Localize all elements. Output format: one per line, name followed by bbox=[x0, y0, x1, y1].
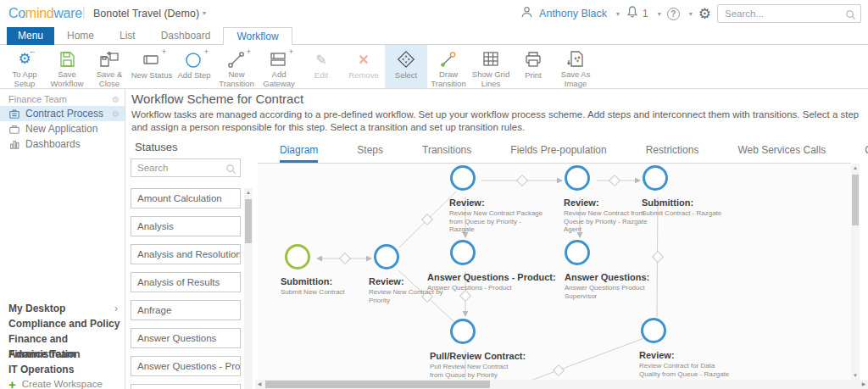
save-and-close-button[interactable]: Save & Close bbox=[88, 45, 131, 88]
diagram-vscrollbar[interactable]: ▲ ▼ bbox=[851, 164, 860, 380]
create-workspace-button[interactable]: + Create Workspace bbox=[8, 376, 103, 389]
workflow-step-node[interactable] bbox=[285, 244, 310, 270]
workflow-step-node[interactable] bbox=[643, 165, 668, 191]
workflow-step-node[interactable] bbox=[641, 318, 666, 343]
gateway-diamond bbox=[653, 252, 664, 263]
status-item[interactable]: Answer Questions bbox=[131, 328, 241, 348]
new-status-button[interactable]: + New Status bbox=[131, 45, 173, 88]
save-workflow-button[interactable]: Save Workflow bbox=[46, 45, 88, 88]
print-button[interactable]: Print bbox=[512, 45, 554, 88]
global-search-input[interactable] bbox=[718, 5, 860, 22]
scroll-left-icon[interactable]: ◀ bbox=[255, 380, 264, 389]
statuses-search bbox=[131, 158, 241, 177]
gear-icon[interactable]: ⚙ bbox=[112, 95, 120, 104]
workflow-step-node[interactable] bbox=[565, 240, 590, 265]
scroll-right-icon[interactable]: ▶ bbox=[860, 380, 868, 389]
sidebar-item-contract-process[interactable]: Contract Process ⚙ bbox=[0, 106, 125, 121]
workflow-step-node[interactable] bbox=[450, 319, 476, 344]
tab-transitions[interactable]: Transitions bbox=[422, 144, 471, 163]
tab-diagram[interactable]: Diagram bbox=[280, 144, 318, 163]
workspace-finance-and-administration[interactable]: Finance and Administration bbox=[0, 331, 125, 347]
scroll-up-icon[interactable]: ▲ bbox=[244, 188, 253, 197]
workspace-my-desktop[interactable]: My Desktop› bbox=[0, 301, 125, 316]
select-tool-button[interactable]: Select bbox=[385, 45, 427, 88]
status-item-partial[interactable] bbox=[131, 384, 241, 389]
statuses-scrollbar[interactable]: ▲ ▼ bbox=[244, 188, 253, 389]
add-gateway-button[interactable]: + Add Gateway bbox=[258, 45, 300, 88]
user-menu[interactable]: Anthony Black bbox=[539, 8, 607, 19]
remove-x-icon: ✕ bbox=[358, 49, 369, 69]
workflow-step-node[interactable] bbox=[450, 240, 476, 265]
app-icon bbox=[8, 108, 20, 119]
statuses-search-input[interactable] bbox=[131, 159, 240, 176]
scroll-up-icon[interactable]: ▲ bbox=[851, 164, 860, 172]
workflow-step-node[interactable] bbox=[565, 165, 590, 191]
nav-tab-dashboard[interactable]: Dashboard bbox=[148, 27, 224, 45]
notifications-bell-icon[interactable] bbox=[626, 5, 639, 22]
sidebar-workspace-header[interactable]: Finance Team ⚙ bbox=[0, 92, 125, 106]
gateway-diamond bbox=[517, 175, 528, 186]
gateway-diamond bbox=[340, 253, 351, 264]
printer-icon bbox=[524, 49, 542, 69]
status-item[interactable]: Analysis bbox=[131, 216, 241, 236]
edit-button[interactable]: ✎ Edit bbox=[300, 45, 342, 88]
status-item[interactable]: Amount Calculation bbox=[131, 188, 241, 208]
node-label: Pull/Review Contract:Pull Review New Con… bbox=[430, 351, 542, 380]
scroll-down-icon[interactable]: ▼ bbox=[851, 371, 860, 380]
add-step-button[interactable]: + Add Step bbox=[173, 45, 215, 88]
new-transition-button[interactable]: + New Transition bbox=[215, 45, 258, 88]
nav-tab-list[interactable]: List bbox=[107, 27, 148, 45]
nav-row: Menu Home List Dashboard Workflow bbox=[0, 27, 868, 45]
notification-count[interactable]: 1 bbox=[643, 8, 648, 19]
step-circle-icon: + bbox=[184, 49, 204, 69]
gateway-icon: + bbox=[269, 49, 289, 69]
draw-transition-button[interactable]: Draw Transition bbox=[427, 45, 470, 88]
tab-fields-pre-population[interactable]: Fields Pre-population bbox=[510, 144, 606, 163]
status-rect-icon: + bbox=[142, 49, 162, 69]
status-item[interactable]: Anfrage bbox=[131, 300, 241, 320]
page-title: Workflow Scheme for Contract bbox=[131, 92, 303, 106]
chevron-right-icon: › bbox=[114, 301, 118, 316]
tab-steps[interactable]: Steps bbox=[357, 144, 383, 163]
workflow-step-node[interactable] bbox=[450, 165, 476, 191]
workspace-finance-team[interactable]: Finance Team bbox=[0, 347, 125, 362]
workspace-it-operations[interactable]: IT Operations bbox=[0, 362, 125, 377]
node-label: Answer Questions - Product:Answer Questi… bbox=[427, 272, 570, 292]
workflow-toolbar: ⚙← To App Setup Save Workflow Save & Clo… bbox=[0, 45, 868, 89]
scrollbar-thumb[interactable] bbox=[265, 381, 490, 388]
show-grid-lines-button[interactable]: Show Grid Lines bbox=[470, 45, 512, 88]
scrollbar-thumb[interactable] bbox=[245, 199, 252, 243]
gear-icon[interactable]: ⚙ bbox=[112, 109, 120, 119]
statuses-heading: Statuses bbox=[135, 141, 178, 153]
tab-restrictions[interactable]: Restrictions bbox=[646, 144, 699, 163]
tab-web-services-calls[interactable]: Web Services Calls bbox=[737, 144, 826, 163]
remove-button[interactable]: ✕ Remove bbox=[342, 45, 385, 88]
chevron-down-icon[interactable]: ▾ bbox=[658, 10, 661, 18]
scrollbar-thumb[interactable] bbox=[852, 175, 859, 225]
sidebar: Finance Team ⚙ Contract Process ⚙ New Ap… bbox=[0, 89, 125, 389]
workflow-diagram-canvas[interactable]: Review:Review New Contract Package from … bbox=[258, 164, 851, 380]
menu-button[interactable]: Menu bbox=[7, 27, 54, 45]
sidebar-item-dashboards[interactable]: Dashboards bbox=[0, 136, 125, 152]
sidebar-item-new-application[interactable]: New Application bbox=[0, 121, 125, 136]
workspace-compliance-and-policy[interactable]: Compliance and Policy bbox=[0, 316, 125, 331]
global-search bbox=[717, 4, 861, 23]
save-as-image-button[interactable]: Save As Image bbox=[554, 45, 597, 88]
status-item[interactable]: Analysis of Results bbox=[131, 272, 241, 292]
save-floppy-icon bbox=[58, 49, 76, 69]
settings-gear-icon[interactable]: ⚙ bbox=[698, 7, 711, 21]
node-label: Submittion:Submit Contract - Razgate bbox=[642, 197, 748, 218]
to-app-setup-button[interactable]: ⚙← To App Setup bbox=[3, 45, 46, 88]
workflow-step-node[interactable] bbox=[374, 244, 399, 270]
diagram-hscrollbar[interactable]: ◀ ▶ bbox=[255, 380, 868, 389]
workspace-selector[interactable]: Bonotel Travel (Demo)▾ bbox=[93, 8, 206, 19]
node-label: Submittion:Submit New Contract bbox=[281, 276, 376, 297]
help-icon[interactable]: ? bbox=[667, 8, 680, 20]
chevron-down-icon[interactable]: ▾ bbox=[689, 10, 693, 18]
status-item[interactable]: Analysis and Resolution of ... bbox=[131, 244, 241, 264]
chevron-down-icon[interactable]: ▾ bbox=[616, 10, 620, 18]
tab-custom-notifications[interactable]: Custom Notifications bbox=[865, 144, 868, 163]
nav-tab-home[interactable]: Home bbox=[54, 27, 107, 45]
nav-tab-workflow[interactable]: Workflow bbox=[223, 27, 292, 45]
status-item[interactable]: Answer Questions - Product bbox=[131, 356, 241, 376]
